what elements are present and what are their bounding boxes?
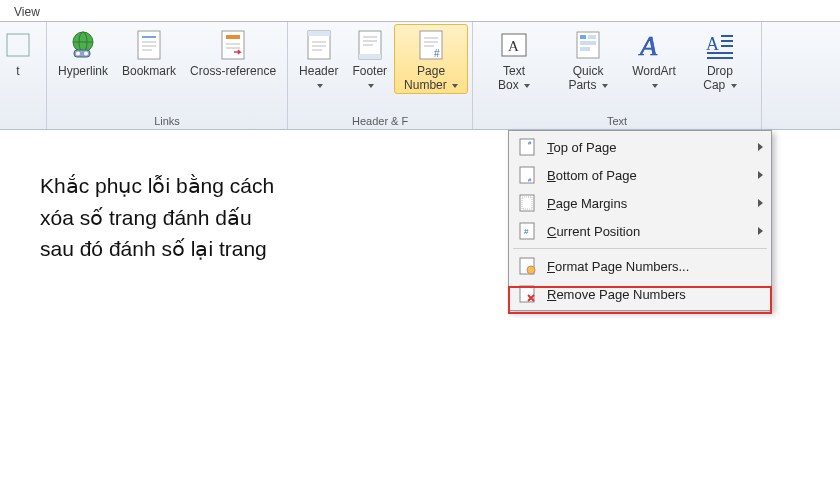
svg-point-5 <box>84 52 88 56</box>
svg-rect-36 <box>580 47 590 51</box>
menu-bottom-of-page[interactable]: # Bottom of Page <box>511 161 769 189</box>
menu-current-position[interactable]: # Current Position <box>511 217 769 245</box>
text-box-button[interactable]: A Text Box <box>477 24 551 94</box>
svg-rect-24 <box>359 54 381 59</box>
globe-link-icon <box>66 28 100 62</box>
header-button[interactable]: Header <box>292 24 345 94</box>
caption-line: sau đó đánh số lại trang <box>40 233 360 265</box>
svg-text:#: # <box>524 227 529 236</box>
menu-label: Page Margins <box>547 196 627 211</box>
menu-page-margins[interactable]: Page Margins <box>511 189 769 217</box>
svg-rect-35 <box>580 41 596 45</box>
drop-cap-icon: A <box>703 28 737 62</box>
ribbon: t Hyperlink <box>0 22 840 130</box>
chevron-down-icon <box>731 84 737 88</box>
menu-label: Top of Page <box>547 140 616 155</box>
bookmark-icon <box>132 28 166 62</box>
truncated-button[interactable]: t <box>0 24 42 80</box>
svg-text:#: # <box>434 48 440 59</box>
tab-strip: View <box>0 0 840 22</box>
menu-remove-page-numbers[interactable]: Remove Page Numbers <box>511 280 769 308</box>
tab-view[interactable]: View <box>4 3 50 21</box>
caption-text: Khắc phục lỗi bằng cách xóa số trang đán… <box>40 170 360 265</box>
text-group-label: Text <box>477 114 757 129</box>
header-icon <box>302 28 336 62</box>
svg-rect-16 <box>308 31 330 36</box>
hyperlink-label: Hyperlink <box>58 65 108 79</box>
hf-group-label: Header & F <box>292 114 468 129</box>
menu-top-of-page[interactable]: # Top of Page <box>511 133 769 161</box>
group-text: A Text Box Quick Parts A WordArt A <box>472 22 762 129</box>
menu-separator <box>513 248 767 249</box>
footer-icon <box>353 28 387 62</box>
format-numbers-icon <box>517 256 537 276</box>
svg-rect-34 <box>588 35 596 39</box>
svg-point-53 <box>527 266 535 274</box>
current-position-icon: # <box>517 221 537 241</box>
truncated-label: t <box>16 65 19 79</box>
page-margins-icon <box>517 193 537 213</box>
svg-rect-6 <box>138 31 160 59</box>
chevron-down-icon <box>652 84 658 88</box>
svg-text:A: A <box>508 38 519 54</box>
page-number-button[interactable]: # Page Number <box>394 24 468 94</box>
chevron-down-icon <box>452 84 458 88</box>
drop-cap-button[interactable]: A Drop Cap <box>683 24 757 94</box>
remove-numbers-icon <box>517 284 537 304</box>
page-number-menu: # Top of Page # Bottom of Page Page Marg… <box>508 130 772 311</box>
svg-rect-46 <box>520 167 534 183</box>
page-number-icon: # <box>414 28 448 62</box>
submenu-arrow-icon <box>758 227 763 235</box>
wordart-button[interactable]: A WordArt <box>625 24 683 94</box>
submenu-arrow-icon <box>758 143 763 151</box>
wordart-label: WordArt <box>632 65 676 93</box>
crossref-label: Cross-reference <box>190 65 276 79</box>
caption-line: xóa số trang đánh dấu <box>40 202 360 234</box>
group-links: Hyperlink Bookmark <box>47 22 288 129</box>
menu-label: Format Page Numbers... <box>547 259 689 274</box>
group-header-footer: Header Footer <box>288 22 472 129</box>
menu-label: Bottom of Page <box>547 168 637 183</box>
svg-rect-44 <box>520 139 534 155</box>
drop-cap-label: Drop Cap <box>690 65 750 93</box>
svg-rect-0 <box>7 34 29 56</box>
wordart-icon: A <box>637 28 671 62</box>
quick-parts-icon <box>571 28 605 62</box>
page-top-icon: # <box>517 137 537 157</box>
links-group-label: Links <box>51 114 283 129</box>
text-box-label: Text Box <box>484 65 544 93</box>
chevron-down-icon <box>524 84 530 88</box>
bookmark-button[interactable]: Bookmark <box>115 24 183 80</box>
chevron-down-icon <box>368 84 374 88</box>
svg-text:A: A <box>706 34 719 54</box>
quick-parts-label: Quick Parts <box>558 65 618 93</box>
menu-label: Current Position <box>547 224 640 239</box>
text-box-icon: A <box>497 28 531 62</box>
cross-reference-button[interactable]: Cross-reference <box>183 24 283 80</box>
caption-line: Khắc phục lỗi bằng cách <box>40 170 360 202</box>
header-label: Header <box>299 65 338 93</box>
quick-parts-button[interactable]: Quick Parts <box>551 24 625 94</box>
submenu-arrow-icon <box>758 171 763 179</box>
square-icon <box>1 28 35 62</box>
hyperlink-button[interactable]: Hyperlink <box>51 24 115 80</box>
submenu-arrow-icon <box>758 199 763 207</box>
bookmark-label: Bookmark <box>122 65 176 79</box>
svg-rect-33 <box>580 35 586 39</box>
page-bottom-icon: # <box>517 165 537 185</box>
svg-text:A: A <box>638 30 658 61</box>
chevron-down-icon <box>602 84 608 88</box>
footer-button[interactable]: Footer <box>345 24 394 94</box>
svg-rect-12 <box>226 35 240 39</box>
chevron-down-icon <box>317 84 323 88</box>
footer-label: Footer <box>352 65 387 93</box>
menu-label: Remove Page Numbers <box>547 287 686 302</box>
menu-format-page-numbers[interactable]: Format Page Numbers... <box>511 252 769 280</box>
page-number-label: Page Number <box>401 65 461 93</box>
cross-reference-icon <box>216 28 250 62</box>
svg-point-4 <box>76 52 80 56</box>
